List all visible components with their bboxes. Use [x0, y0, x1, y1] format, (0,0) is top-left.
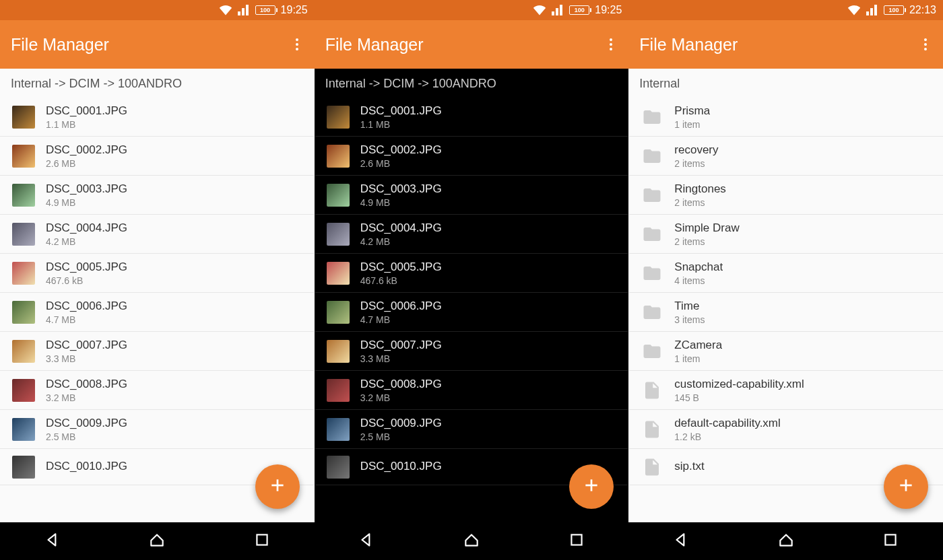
list-item[interactable]: DSC_0002.JPG2.6 MB: [315, 137, 629, 176]
navigation-bar: [315, 522, 629, 560]
item-name: DSC_0008.JPG: [46, 378, 127, 391]
file-list[interactable]: DSC_0001.JPG1.1 MBDSC_0002.JPG2.6 MBDSC_…: [315, 98, 629, 522]
image-thumbnail: [327, 262, 350, 285]
list-item[interactable]: DSC_0007.JPG3.3 MB: [0, 332, 315, 371]
list-item[interactable]: Prisma1 item: [628, 98, 943, 137]
list-item[interactable]: customized-capability.xml145 B: [628, 371, 943, 410]
item-name: Prisma: [674, 104, 710, 118]
nav-recent-button[interactable]: [568, 531, 585, 551]
item-name: default-capability.xml: [674, 417, 780, 430]
breadcrumb[interactable]: Internal -> DCIM -> 100ANDRO: [315, 69, 629, 98]
item-subtitle: 1 item: [674, 353, 722, 364]
list-item[interactable]: DSC_0005.JPG467.6 kB: [315, 254, 629, 293]
image-thumbnail: [327, 106, 350, 129]
item-name: DSC_0008.JPG: [360, 378, 442, 391]
list-item[interactable]: DSC_0008.JPG3.2 MB: [0, 371, 315, 410]
list-item[interactable]: DSC_0001.JPG1.1 MB: [315, 98, 629, 137]
item-name: Snapchat: [674, 260, 723, 274]
status-bar: 10019:25: [0, 0, 315, 20]
app-title: File Manager: [325, 35, 424, 55]
nav-home-button[interactable]: [777, 531, 795, 551]
item-name: DSC_0010.JPG: [46, 460, 127, 473]
list-item[interactable]: DSC_0007.JPG3.3 MB: [315, 332, 629, 371]
image-thumbnail: [12, 223, 35, 246]
item-subtitle: 1.1 MB: [360, 119, 442, 130]
list-item[interactable]: DSC_0003.JPG4.9 MB: [315, 176, 629, 215]
list-item[interactable]: DSC_0001.JPG1.1 MB: [0, 98, 315, 137]
item-subtitle: 3 items: [674, 314, 705, 325]
folder-icon: [641, 301, 663, 324]
list-item[interactable]: DSC_0006.JPG4.7 MB: [0, 293, 315, 332]
overflow-menu-icon[interactable]: [919, 33, 932, 56]
item-subtitle: 467.6 kB: [360, 275, 442, 286]
overflow-menu-icon[interactable]: [604, 33, 618, 56]
battery-level: 100: [884, 5, 904, 15]
item-subtitle: 3.3 MB: [46, 353, 127, 364]
list-item[interactable]: DSC_0009.JPG2.5 MB: [315, 410, 629, 449]
list-item[interactable]: Ringtones2 items: [628, 176, 943, 215]
item-name: DSC_0004.JPG: [46, 221, 127, 235]
navigation-bar: [0, 522, 315, 560]
wifi-icon: [847, 5, 861, 15]
nav-back-button[interactable]: [44, 531, 61, 551]
list-item[interactable]: DSC_0002.JPG2.6 MB: [0, 137, 315, 176]
overflow-menu-icon[interactable]: [290, 33, 304, 56]
signal-icon: [866, 5, 878, 15]
status-clock: 19:25: [595, 4, 622, 16]
breadcrumb[interactable]: Internal -> DCIM -> 100ANDRO: [0, 69, 315, 98]
item-name: recovery: [674, 143, 718, 157]
list-item[interactable]: Time3 items: [628, 293, 943, 332]
list-item[interactable]: Snapchat4 items: [628, 254, 943, 293]
add-fab[interactable]: [569, 464, 614, 509]
nav-home-button[interactable]: [463, 531, 480, 551]
battery-indicator: 100: [884, 5, 904, 15]
file-list[interactable]: Prisma1 itemrecovery2 itemsRingtones2 it…: [628, 98, 943, 522]
list-item[interactable]: DSC_0006.JPG4.7 MB: [315, 293, 629, 332]
item-name: DSC_0009.JPG: [46, 417, 127, 430]
breadcrumb[interactable]: Internal: [628, 69, 943, 98]
item-name: DSC_0007.JPG: [46, 339, 127, 352]
list-item[interactable]: DSC_0004.JPG4.2 MB: [0, 215, 315, 254]
item-name: Ringtones: [674, 182, 726, 196]
phone-screen-1: 10019:25File ManagerInternal -> DCIM -> …: [315, 0, 629, 560]
app-bar: File Manager: [628, 20, 943, 69]
image-thumbnail: [327, 456, 350, 479]
nav-recent-button[interactable]: [882, 531, 899, 551]
list-item[interactable]: DSC_0004.JPG4.2 MB: [315, 215, 629, 254]
list-item[interactable]: ZCamera1 item: [628, 332, 943, 371]
folder-icon: [641, 223, 663, 246]
image-thumbnail: [12, 262, 35, 285]
list-item[interactable]: DSC_0005.JPG467.6 kB: [0, 254, 315, 293]
nav-back-button[interactable]: [358, 531, 375, 551]
file-list[interactable]: DSC_0001.JPG1.1 MBDSC_0002.JPG2.6 MBDSC_…: [0, 98, 315, 522]
image-thumbnail: [327, 340, 350, 363]
list-item[interactable]: DSC_0009.JPG2.5 MB: [0, 410, 315, 449]
nav-recent-button[interactable]: [253, 531, 271, 551]
image-thumbnail: [12, 184, 35, 207]
add-fab[interactable]: [255, 464, 300, 509]
list-item[interactable]: DSC_0003.JPG4.9 MB: [0, 176, 315, 215]
list-item[interactable]: DSC_0008.JPG3.2 MB: [315, 371, 629, 410]
item-name: sip.txt: [674, 460, 704, 473]
svg-rect-2: [257, 534, 267, 545]
add-fab[interactable]: [884, 464, 928, 509]
item-name: DSC_0004.JPG: [360, 221, 442, 235]
list-item[interactable]: recovery2 items: [628, 137, 943, 176]
folder-icon: [641, 262, 663, 285]
plus-icon: [269, 477, 286, 497]
nav-back-button[interactable]: [672, 531, 690, 551]
list-item[interactable]: Simple Draw2 items: [628, 215, 943, 254]
signal-icon: [238, 5, 250, 15]
item-subtitle: 4.7 MB: [46, 314, 127, 325]
item-subtitle: 467.6 kB: [46, 275, 127, 286]
image-thumbnail: [327, 145, 350, 168]
item-subtitle: 2 items: [674, 197, 726, 208]
list-item[interactable]: default-capability.xml1.2 kB: [628, 410, 943, 449]
item-subtitle: 4.2 MB: [360, 236, 442, 247]
item-subtitle: 4.9 MB: [46, 197, 127, 208]
nav-home-button[interactable]: [148, 531, 166, 551]
item-subtitle: 3.2 MB: [46, 392, 127, 403]
phone-screen-2: 10022:13File ManagerInternalPrisma1 item…: [628, 0, 943, 560]
image-thumbnail: [327, 301, 350, 324]
signal-icon: [552, 5, 564, 15]
